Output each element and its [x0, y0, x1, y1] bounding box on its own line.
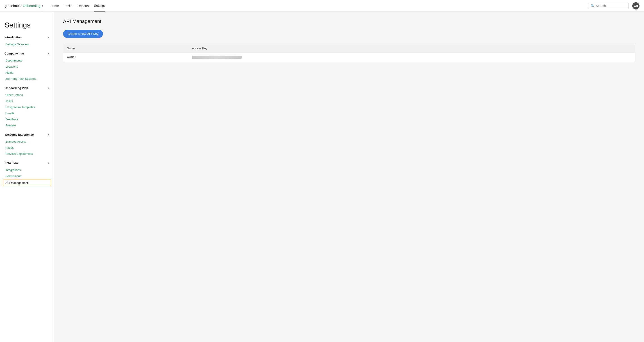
company-info-title: Company Info	[4, 52, 24, 55]
sidebar-item-other-criteria[interactable]: Other Criteria	[0, 92, 54, 98]
welcome-experience-chevron-icon: ∧	[47, 133, 49, 136]
table-header-name: Name	[63, 44, 188, 53]
onboarding-plan-items: Other Criteria Tasks E-Signature Templat…	[0, 92, 54, 130]
sidebar-item-tasks[interactable]: Tasks	[0, 98, 54, 104]
nav-links: Home Tasks Reports Settings	[50, 0, 588, 12]
sidebar-item-locations[interactable]: Locations	[0, 64, 54, 70]
sidebar-section-company-info: Company Info ∧ Departments Locations Fie…	[0, 50, 54, 84]
sidebar-item-permissions[interactable]: Permissions	[0, 173, 54, 179]
access-key-value	[192, 56, 242, 59]
table-cell-name: Owner	[63, 53, 188, 62]
sidebar-section-data-flow: Data Flow ∧ Integrations Permissions API…	[0, 160, 54, 188]
table-row: Owner	[63, 53, 635, 62]
page-title-area: Settings	[0, 17, 54, 34]
introduction-title: Introduction	[4, 36, 22, 39]
nav-right-area: 🔍 GH	[588, 2, 640, 10]
data-flow-chevron-icon: ∧	[47, 162, 49, 165]
sidebar-item-feedback[interactable]: Feedback	[0, 116, 54, 122]
welcome-experience-items: Branded Assets Pages Preview Experiences	[0, 138, 54, 159]
sidebar: Settings Introduction ∧ Settings Overvie…	[0, 12, 54, 342]
company-info-chevron-icon: ∧	[47, 52, 49, 55]
welcome-experience-title: Welcome Experience	[4, 133, 34, 136]
sidebar-item-preview-experiences[interactable]: Preview Experiences	[0, 151, 54, 157]
logo-chevron-icon: ▾	[42, 4, 43, 8]
sidebar-section-introduction-header[interactable]: Introduction ∧	[0, 34, 54, 41]
user-avatar[interactable]: GH	[632, 2, 640, 10]
sidebar-section-introduction: Introduction ∧ Settings Overview	[0, 34, 54, 49]
sidebar-item-api-management[interactable]: API Management	[3, 180, 51, 186]
nav-settings[interactable]: Settings	[94, 0, 106, 12]
table-cell-access-key	[188, 53, 635, 62]
logo-greenhouse: greenhouse	[4, 4, 22, 8]
onboarding-plan-chevron-icon: ∧	[47, 87, 49, 90]
company-info-items: Departments Locations Fields 3rd-Party T…	[0, 57, 54, 84]
sidebar-item-emails[interactable]: Emails	[0, 110, 54, 116]
sidebar-item-branded-assets[interactable]: Branded Assets	[0, 139, 54, 145]
page-container: Settings Introduction ∧ Settings Overvie…	[0, 12, 644, 342]
sidebar-section-data-flow-header[interactable]: Data Flow ∧	[0, 160, 54, 166]
page-heading: Settings	[4, 21, 49, 29]
sidebar-item-departments[interactable]: Departments	[0, 58, 54, 64]
sidebar-item-3rd-party[interactable]: 3rd-Party Task Systems	[0, 76, 54, 82]
nav-home[interactable]: Home	[50, 1, 59, 11]
sidebar-item-preview[interactable]: Preview	[0, 122, 54, 128]
content-title: API Management	[63, 19, 635, 24]
search-icon: 🔍	[591, 4, 594, 8]
table-header-access-key: Access Key	[188, 44, 635, 53]
sidebar-section-company-info-header[interactable]: Company Info ∧	[0, 50, 54, 57]
create-api-key-button[interactable]: Create a new API Key	[63, 30, 103, 38]
api-table: Name Access Key Owner	[63, 44, 635, 62]
sidebar-item-e-signature[interactable]: E-Signature Templates	[0, 104, 54, 110]
data-flow-title: Data Flow	[4, 161, 18, 165]
app-logo[interactable]: greenhouse Onboarding ▾	[4, 4, 43, 8]
table-header-row: Name Access Key	[63, 44, 635, 53]
sidebar-section-onboarding-plan: Onboarding Plan ∧ Other Criteria Tasks E…	[0, 85, 54, 130]
main-content: API Management Create a new API Key Name…	[54, 12, 644, 342]
top-navigation: greenhouse Onboarding ▾ Home Tasks Repor…	[0, 0, 644, 12]
nav-tasks[interactable]: Tasks	[64, 1, 72, 11]
logo-onboarding: Onboarding	[23, 4, 40, 8]
onboarding-plan-title: Onboarding Plan	[4, 86, 28, 90]
data-flow-items: Integrations Permissions API Management	[0, 166, 54, 188]
introduction-chevron-icon: ∧	[47, 36, 49, 39]
sidebar-section-onboarding-header[interactable]: Onboarding Plan ∧	[0, 85, 54, 92]
search-input[interactable]	[596, 4, 626, 8]
search-box[interactable]: 🔍	[588, 3, 629, 9]
sidebar-item-integrations[interactable]: Integrations	[0, 167, 54, 173]
sidebar-item-pages[interactable]: Pages	[0, 145, 54, 151]
sidebar-section-welcome-header[interactable]: Welcome Experience ∧	[0, 131, 54, 138]
sidebar-item-settings-overview[interactable]: Settings Overview	[0, 41, 54, 47]
introduction-items: Settings Overview	[0, 41, 54, 49]
sidebar-item-fields[interactable]: Fields	[0, 70, 54, 76]
sidebar-section-welcome-experience: Welcome Experience ∧ Branded Assets Page…	[0, 131, 54, 159]
nav-reports[interactable]: Reports	[78, 1, 89, 11]
